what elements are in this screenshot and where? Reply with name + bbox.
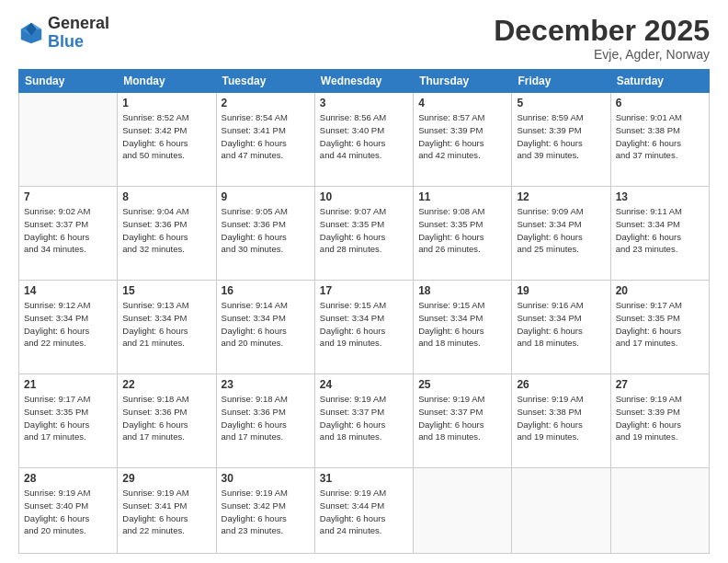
title-block: December 2025 Evje, Agder, Norway <box>494 15 710 62</box>
day-cell: 24Sunrise: 9:19 AM Sunset: 3:37 PM Dayli… <box>314 374 413 468</box>
week-row-4: 21Sunrise: 9:17 AM Sunset: 3:35 PM Dayli… <box>19 374 710 468</box>
day-cell: 2Sunrise: 8:54 AM Sunset: 3:41 PM Daylig… <box>216 93 314 187</box>
day-cell: 19Sunrise: 9:16 AM Sunset: 3:34 PM Dayli… <box>512 281 610 374</box>
day-cell: 21Sunrise: 9:17 AM Sunset: 3:35 PM Dayli… <box>19 374 118 468</box>
day-info: Sunrise: 9:05 AM Sunset: 3:36 PM Dayligh… <box>222 205 310 256</box>
day-cell: 18Sunrise: 9:15 AM Sunset: 3:34 PM Dayli… <box>414 281 512 374</box>
day-cell: 11Sunrise: 9:08 AM Sunset: 3:35 PM Dayli… <box>414 187 512 281</box>
day-number: 31 <box>320 472 408 485</box>
day-number: 27 <box>616 378 704 391</box>
day-info: Sunrise: 9:15 AM Sunset: 3:34 PM Dayligh… <box>320 299 408 350</box>
day-number: 17 <box>320 284 408 297</box>
day-cell: 5Sunrise: 8:59 AM Sunset: 3:39 PM Daylig… <box>512 93 610 187</box>
day-number: 1 <box>122 97 210 109</box>
calendar-table: Sunday Monday Tuesday Wednesday Thursday… <box>18 69 710 554</box>
location: Evje, Agder, Norway <box>494 47 710 62</box>
day-info: Sunrise: 9:07 AM Sunset: 3:35 PM Dayligh… <box>320 205 408 256</box>
day-cell: 20Sunrise: 9:17 AM Sunset: 3:35 PM Dayli… <box>610 281 709 374</box>
day-number: 30 <box>222 472 310 485</box>
day-number: 3 <box>320 97 408 109</box>
day-number: 12 <box>517 190 605 203</box>
day-cell: 1Sunrise: 8:52 AM Sunset: 3:42 PM Daylig… <box>118 93 216 187</box>
day-info: Sunrise: 9:17 AM Sunset: 3:35 PM Dayligh… <box>24 393 112 443</box>
day-number: 26 <box>517 378 605 391</box>
day-number: 8 <box>122 190 210 203</box>
day-number: 13 <box>616 190 704 203</box>
week-row-3: 14Sunrise: 9:12 AM Sunset: 3:34 PM Dayli… <box>19 281 710 374</box>
day-number: 20 <box>616 284 704 297</box>
day-info: Sunrise: 9:19 AM Sunset: 3:41 PM Dayligh… <box>122 487 210 537</box>
col-thursday: Thursday <box>414 70 512 93</box>
day-cell: 14Sunrise: 9:12 AM Sunset: 3:34 PM Dayli… <box>19 281 118 374</box>
day-info: Sunrise: 9:19 AM Sunset: 3:37 PM Dayligh… <box>320 393 408 443</box>
day-cell: 12Sunrise: 9:09 AM Sunset: 3:34 PM Dayli… <box>512 187 610 281</box>
day-info: Sunrise: 9:19 AM Sunset: 3:37 PM Dayligh… <box>418 393 506 443</box>
day-info: Sunrise: 9:16 AM Sunset: 3:34 PM Dayligh… <box>517 299 605 350</box>
day-cell: 4Sunrise: 8:57 AM Sunset: 3:39 PM Daylig… <box>414 93 512 187</box>
day-info: Sunrise: 8:56 AM Sunset: 3:40 PM Dayligh… <box>320 111 408 162</box>
page: General Blue December 2025 Evje, Agder, … <box>0 0 728 563</box>
day-info: Sunrise: 9:19 AM Sunset: 3:38 PM Dayligh… <box>517 393 605 443</box>
day-cell: 29Sunrise: 9:19 AM Sunset: 3:41 PM Dayli… <box>118 468 216 554</box>
day-info: Sunrise: 9:17 AM Sunset: 3:35 PM Dayligh… <box>616 299 704 350</box>
day-cell <box>512 468 610 554</box>
calendar-body: 1Sunrise: 8:52 AM Sunset: 3:42 PM Daylig… <box>19 93 710 554</box>
day-info: Sunrise: 9:18 AM Sunset: 3:36 PM Dayligh… <box>122 393 210 443</box>
logo: General Blue <box>18 15 109 52</box>
header: General Blue December 2025 Evje, Agder, … <box>18 15 710 62</box>
day-info: Sunrise: 9:02 AM Sunset: 3:37 PM Dayligh… <box>24 205 112 256</box>
day-info: Sunrise: 9:19 AM Sunset: 3:39 PM Dayligh… <box>616 393 704 443</box>
day-info: Sunrise: 9:09 AM Sunset: 3:34 PM Dayligh… <box>517 205 605 256</box>
day-info: Sunrise: 9:19 AM Sunset: 3:42 PM Dayligh… <box>222 487 310 537</box>
day-number: 23 <box>222 378 310 391</box>
col-saturday: Saturday <box>610 70 709 93</box>
day-cell <box>610 468 709 554</box>
day-number: 16 <box>222 284 310 297</box>
day-cell: 13Sunrise: 9:11 AM Sunset: 3:34 PM Dayli… <box>610 187 709 281</box>
day-number: 5 <box>517 97 605 109</box>
week-row-2: 7Sunrise: 9:02 AM Sunset: 3:37 PM Daylig… <box>19 187 710 281</box>
day-info: Sunrise: 9:18 AM Sunset: 3:36 PM Dayligh… <box>222 393 310 443</box>
day-number: 6 <box>616 97 704 109</box>
day-info: Sunrise: 8:59 AM Sunset: 3:39 PM Dayligh… <box>517 111 605 162</box>
day-cell: 7Sunrise: 9:02 AM Sunset: 3:37 PM Daylig… <box>19 187 118 281</box>
day-number: 22 <box>122 378 210 391</box>
col-monday: Monday <box>118 70 216 93</box>
day-info: Sunrise: 9:08 AM Sunset: 3:35 PM Dayligh… <box>418 205 506 256</box>
day-cell: 17Sunrise: 9:15 AM Sunset: 3:34 PM Dayli… <box>314 281 413 374</box>
day-info: Sunrise: 9:19 AM Sunset: 3:44 PM Dayligh… <box>320 487 408 537</box>
day-info: Sunrise: 9:12 AM Sunset: 3:34 PM Dayligh… <box>24 299 112 350</box>
day-info: Sunrise: 8:54 AM Sunset: 3:41 PM Dayligh… <box>222 111 310 162</box>
day-cell: 23Sunrise: 9:18 AM Sunset: 3:36 PM Dayli… <box>216 374 314 468</box>
day-number: 10 <box>320 190 408 203</box>
day-cell: 9Sunrise: 9:05 AM Sunset: 3:36 PM Daylig… <box>216 187 314 281</box>
day-cell: 27Sunrise: 9:19 AM Sunset: 3:39 PM Dayli… <box>610 374 709 468</box>
day-cell: 15Sunrise: 9:13 AM Sunset: 3:34 PM Dayli… <box>118 281 216 374</box>
day-info: Sunrise: 9:04 AM Sunset: 3:36 PM Dayligh… <box>122 205 210 256</box>
day-number: 4 <box>418 97 506 109</box>
day-cell <box>414 468 512 554</box>
day-info: Sunrise: 8:57 AM Sunset: 3:39 PM Dayligh… <box>418 111 506 162</box>
day-number: 25 <box>418 378 506 391</box>
col-friday: Friday <box>512 70 610 93</box>
day-cell: 3Sunrise: 8:56 AM Sunset: 3:40 PM Daylig… <box>314 93 413 187</box>
col-tuesday: Tuesday <box>216 70 314 93</box>
day-info: Sunrise: 9:19 AM Sunset: 3:40 PM Dayligh… <box>24 487 112 537</box>
logo-text: General Blue <box>48 15 109 52</box>
day-info: Sunrise: 9:14 AM Sunset: 3:34 PM Dayligh… <box>222 299 310 350</box>
month-title: December 2025 <box>494 15 710 47</box>
day-number: 19 <box>517 284 605 297</box>
day-cell <box>19 93 118 187</box>
day-cell: 26Sunrise: 9:19 AM Sunset: 3:38 PM Dayli… <box>512 374 610 468</box>
col-wednesday: Wednesday <box>314 70 413 93</box>
day-cell: 8Sunrise: 9:04 AM Sunset: 3:36 PM Daylig… <box>118 187 216 281</box>
day-number: 7 <box>24 190 112 203</box>
logo-general: General <box>48 15 109 33</box>
day-cell: 30Sunrise: 9:19 AM Sunset: 3:42 PM Dayli… <box>216 468 314 554</box>
header-row: Sunday Monday Tuesday Wednesday Thursday… <box>19 70 710 93</box>
day-number: 29 <box>122 472 210 485</box>
day-info: Sunrise: 9:11 AM Sunset: 3:34 PM Dayligh… <box>616 205 704 256</box>
day-cell: 28Sunrise: 9:19 AM Sunset: 3:40 PM Dayli… <box>19 468 118 554</box>
day-number: 9 <box>222 190 310 203</box>
day-info: Sunrise: 8:52 AM Sunset: 3:42 PM Dayligh… <box>122 111 210 162</box>
